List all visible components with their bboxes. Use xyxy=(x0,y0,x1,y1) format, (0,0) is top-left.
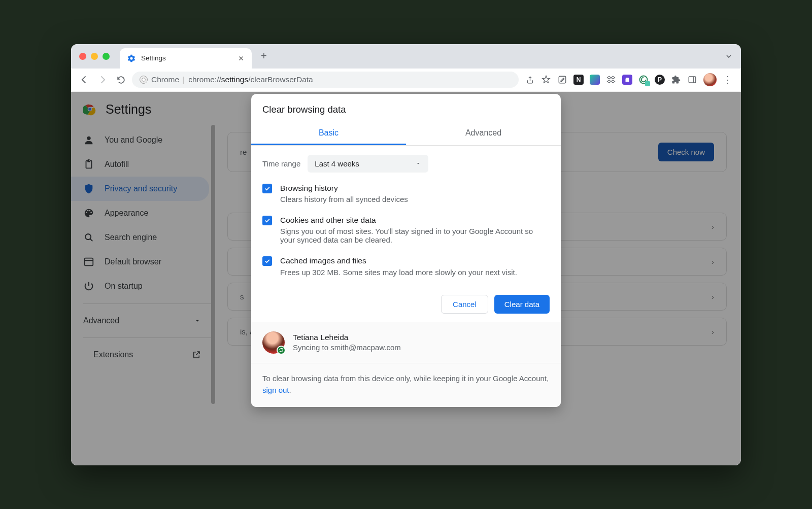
option-browsing-history: Browsing history Clears history from all… xyxy=(262,183,550,203)
checkbox-cookies[interactable] xyxy=(262,216,272,225)
side-panel-icon[interactable] xyxy=(687,75,697,85)
user-sync-section: Tetiana Leheida Syncing to smith@macpaw.… xyxy=(251,322,561,363)
url-path: /clearBrowserData xyxy=(248,75,313,84)
option-desc: Clears history from all synced devices xyxy=(280,195,408,203)
browser-menu-button[interactable]: ⋮ xyxy=(723,75,733,85)
user-name: Tetiana Leheida xyxy=(293,333,401,342)
new-tab-button[interactable]: + xyxy=(259,48,269,64)
browser-tab[interactable]: Settings xyxy=(120,48,252,69)
titlebar: Settings + xyxy=(71,44,741,69)
extension-purple-icon[interactable] xyxy=(590,75,600,85)
svg-point-1 xyxy=(142,78,146,82)
url-scheme: chrome:// xyxy=(188,75,221,84)
svg-rect-4 xyxy=(689,77,696,83)
cancel-button[interactable]: Cancel xyxy=(441,295,488,314)
option-cache: Cached images and files Frees up 302 MB.… xyxy=(262,255,550,276)
chevron-down-icon xyxy=(415,160,421,166)
extension-grammarly-icon[interactable] xyxy=(638,75,649,85)
site-identity: Chrome | xyxy=(139,75,184,84)
browser-window: Settings + Chrome | chrome://settings/cl… xyxy=(71,44,741,465)
back-button[interactable] xyxy=(77,73,91,87)
time-range-label: Time range xyxy=(262,159,300,168)
option-title: Cached images and files xyxy=(280,255,517,266)
bookmark-star-icon[interactable] xyxy=(541,75,551,85)
reload-button[interactable] xyxy=(114,73,128,87)
chrome-icon xyxy=(139,75,148,84)
checkbox-cache[interactable] xyxy=(262,256,272,266)
extension-p-icon[interactable]: P xyxy=(655,75,665,85)
url-prefix: Chrome xyxy=(151,75,179,84)
window-maximize-button[interactable] xyxy=(103,53,110,60)
window-controls xyxy=(79,53,110,60)
modal-overlay: Clear browsing data Basic Advanced Time … xyxy=(71,92,741,465)
extension-edit-icon[interactable] xyxy=(557,75,567,85)
dialog-title: Clear browsing data xyxy=(251,94,561,122)
extension-notion-icon[interactable]: N xyxy=(573,75,584,85)
option-desc: Frees up 302 MB. Some sites may load mor… xyxy=(280,268,517,277)
option-desc: Signs you out of most sites. You'll stay… xyxy=(280,227,550,244)
tab-advanced[interactable]: Advanced xyxy=(406,122,561,145)
dialog-body: Time range Last 4 weeks Browsing history… xyxy=(251,146,561,288)
window-close-button[interactable] xyxy=(79,53,86,60)
option-title: Browsing history xyxy=(280,183,408,194)
chevron-down-icon[interactable] xyxy=(725,52,733,60)
extension-shopping-icon[interactable] xyxy=(622,75,632,85)
clear-browsing-data-dialog: Clear browsing data Basic Advanced Time … xyxy=(251,94,561,408)
tab-basic[interactable]: Basic xyxy=(251,122,406,145)
user-sync-status: Syncing to smith@macpaw.com xyxy=(293,343,401,352)
dialog-actions: Cancel Clear data xyxy=(251,288,561,322)
option-cookies: Cookies and other site data Signs you ou… xyxy=(262,215,550,244)
forward-button[interactable] xyxy=(95,73,110,87)
extension-dropbox-icon[interactable] xyxy=(606,75,616,85)
checkbox-browsing-history[interactable] xyxy=(262,184,272,193)
profile-avatar-button[interactable] xyxy=(703,73,717,86)
window-minimize-button[interactable] xyxy=(91,53,98,60)
footer-post: . xyxy=(289,386,291,394)
url-host: settings xyxy=(221,75,248,84)
gear-icon xyxy=(127,54,136,63)
toolbar: Chrome | chrome://settings/clearBrowserD… xyxy=(71,69,741,92)
footer-pre: To clear browsing data from this device … xyxy=(262,374,549,383)
toolbar-actions: N P ⋮ xyxy=(523,73,735,86)
option-title: Cookies and other site data xyxy=(280,215,550,226)
sync-badge-icon xyxy=(277,346,286,355)
time-range-row: Time range Last 4 weeks xyxy=(262,155,550,173)
share-icon[interactable] xyxy=(525,75,535,85)
time-range-select[interactable]: Last 4 weeks xyxy=(308,155,428,173)
sign-out-link[interactable]: sign out xyxy=(262,386,289,394)
close-icon[interactable] xyxy=(238,55,245,62)
extensions-puzzle-icon[interactable] xyxy=(671,75,681,85)
content: Settings You and Google Autofill Privacy… xyxy=(71,92,741,465)
tab-title: Settings xyxy=(141,54,232,62)
address-bar[interactable]: Chrome | chrome://settings/clearBrowserD… xyxy=(132,72,519,88)
clear-data-button[interactable]: Clear data xyxy=(494,295,550,314)
dialog-footer-text: To clear browsing data from this device … xyxy=(251,363,561,408)
user-avatar xyxy=(262,331,285,354)
dialog-tabs: Basic Advanced xyxy=(251,122,561,146)
time-range-value: Last 4 weeks xyxy=(315,159,359,168)
